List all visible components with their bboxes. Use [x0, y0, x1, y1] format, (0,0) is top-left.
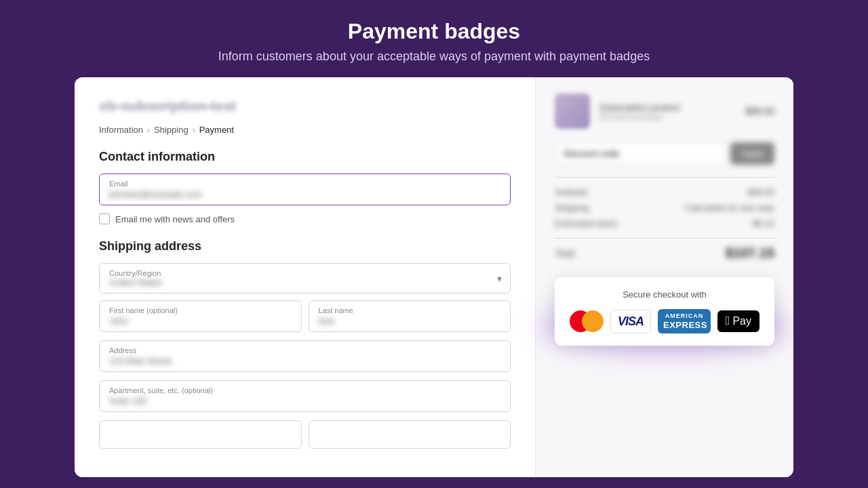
- email-label: Email: [109, 180, 500, 188]
- store-name: cb-subscription-test: [99, 98, 511, 115]
- mc-circle-right: [582, 310, 604, 332]
- email-value: johndoe@example.com: [109, 189, 500, 199]
- order-item-price: $99.00: [745, 106, 774, 117]
- contact-section-title: Contact information: [99, 150, 511, 164]
- order-summary: Subtotal $99.00 Shipping Calculated at n…: [555, 177, 774, 228]
- order-summary-panel: Subscription product One-time purchase $…: [536, 77, 793, 477]
- email-input-wrapper[interactable]: Email johndoe@example.com: [99, 174, 511, 205]
- estimated-taxes-row: Estimated taxes $8.15: [555, 218, 774, 228]
- email-field-group: Email johndoe@example.com: [99, 174, 511, 205]
- amex-icon: AMERICAN EXPRESS: [658, 309, 711, 333]
- promo-apply-button[interactable]: Apply: [730, 142, 774, 165]
- first-name-label: First name (optional): [109, 306, 292, 314]
- order-item-details: Subscription product One-time purchase: [599, 102, 736, 121]
- newsletter-label: Email me with news and offers: [115, 214, 235, 224]
- newsletter-checkbox[interactable]: [99, 214, 110, 224]
- address-field-group: Address 123 Main Street: [99, 340, 511, 372]
- address-label: Address: [109, 346, 500, 354]
- order-item-sub: One-time purchase: [599, 113, 736, 121]
- country-field-wrapper[interactable]: Country/Region United States ▾: [99, 263, 511, 293]
- visa-icon: VISA: [610, 310, 651, 333]
- breadcrumb-sep-2: ›: [193, 125, 195, 135]
- subtotal-label: Subtotal: [555, 187, 587, 197]
- secure-checkout-text: Secure checkout with: [570, 289, 760, 300]
- order-item: Subscription product One-time purchase $…: [555, 94, 774, 129]
- contact-section: Contact information Email johndoe@exampl…: [99, 150, 511, 224]
- promo-input[interactable]: Discount code: [555, 142, 725, 165]
- last-name-value: Doe: [319, 316, 501, 326]
- first-name-wrapper: First name (optional) John: [99, 300, 302, 332]
- chevron-down-icon: ▾: [497, 273, 502, 284]
- shipping-row: Shipping Calculated at next step: [555, 203, 774, 213]
- city-field[interactable]: [99, 420, 302, 449]
- country-label: Country/Region: [109, 269, 486, 277]
- subtotal-row: Subtotal $99.00: [555, 187, 774, 197]
- mastercard-icon: [570, 310, 604, 332]
- apt-value: Suite 100: [109, 396, 500, 406]
- total-amount: $107.15: [726, 245, 774, 261]
- name-row: First name (optional) John Last name Doe: [99, 300, 511, 332]
- last-name-field[interactable]: Last name Doe: [309, 300, 511, 332]
- payment-badges-card: Secure checkout with VISA AMERICAN EXPRE…: [555, 277, 774, 346]
- shipping-label: Shipping: [555, 203, 589, 213]
- page-title: Payment badges: [27, 19, 841, 44]
- total-label: Total: [555, 248, 575, 259]
- checkout-form-panel: cb-subscription-test Information › Shipp…: [75, 77, 536, 477]
- state-field[interactable]: [309, 420, 511, 449]
- shipping-value: Calculated at next step: [685, 203, 774, 213]
- amex-top-text: AMERICAN: [663, 312, 705, 320]
- subtotal-value: $99.00: [747, 187, 774, 197]
- estimated-label: Estimated taxes: [555, 218, 618, 228]
- shipping-section: Shipping address Country/Region United S…: [99, 239, 511, 449]
- payment-icons-row: VISA AMERICAN EXPRESS  Pay: [570, 309, 760, 333]
- apt-field[interactable]: Apartment, suite, etc. (optional) Suite …: [99, 380, 511, 412]
- address-field[interactable]: Address 123 Main Street: [99, 340, 511, 372]
- address-value: 123 Main Street: [109, 356, 500, 366]
- breadcrumb: Information › Shipping › Payment: [99, 125, 511, 135]
- page-header: Payment badges Inform customers about yo…: [0, 0, 868, 77]
- first-name-field[interactable]: First name (optional) John: [99, 300, 302, 332]
- page-subtitle: Inform customers about your acceptable w…: [27, 49, 841, 64]
- first-name-value: John: [109, 316, 292, 326]
- city-state-row: [99, 420, 511, 449]
- breadcrumb-payment[interactable]: Payment: [199, 125, 234, 135]
- apt-label: Apartment, suite, etc. (optional): [109, 386, 500, 394]
- last-name-label: Last name: [319, 306, 501, 314]
- breadcrumb-shipping[interactable]: Shipping: [154, 125, 189, 135]
- apt-field-group: Apartment, suite, etc. (optional) Suite …: [99, 380, 511, 412]
- breadcrumb-sep-1: ›: [147, 125, 150, 135]
- apple-pay-icon:  Pay: [717, 310, 760, 332]
- payment-badges-wrapper: Secure checkout with VISA AMERICAN EXPRE…: [555, 277, 774, 346]
- main-container: cb-subscription-test Information › Shipp…: [75, 77, 793, 477]
- country-value: United States: [109, 277, 486, 287]
- total-row: Total $107.15: [555, 238, 774, 268]
- shipping-section-title: Shipping address: [99, 239, 511, 253]
- newsletter-row: Email me with news and offers: [99, 214, 511, 224]
- breadcrumb-information[interactable]: Information: [99, 125, 143, 135]
- order-item-image: [555, 94, 590, 129]
- order-item-name: Subscription product: [599, 102, 736, 113]
- promo-row: Discount code Apply: [555, 142, 774, 165]
- estimated-value: $8.15: [752, 218, 774, 228]
- amex-main-text: EXPRESS: [663, 320, 705, 331]
- apple-logo-icon: : [726, 314, 730, 327]
- apple-pay-text: Pay: [732, 315, 751, 327]
- last-name-wrapper: Last name Doe: [309, 300, 511, 332]
